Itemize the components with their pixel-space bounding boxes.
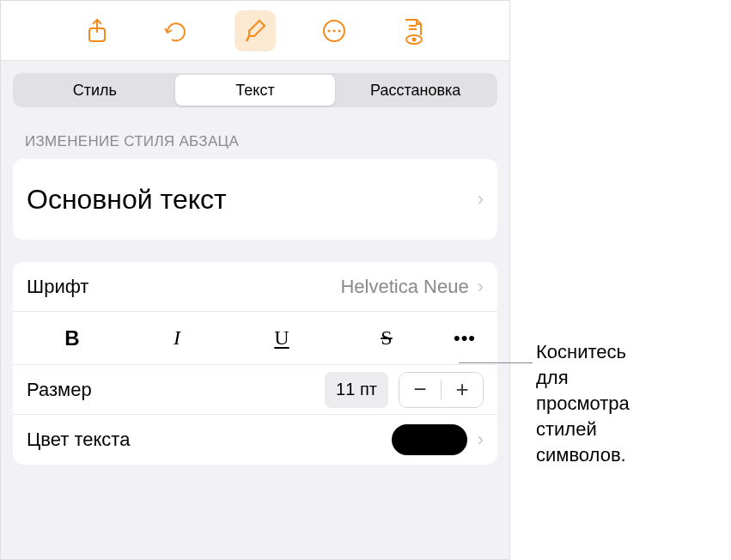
font-card: Шрифт Helvetica Neue › B I U S ••• Разме… (13, 262, 497, 465)
chevron-right-icon: › (478, 188, 484, 210)
top-toolbar (1, 1, 509, 61)
document-view-button[interactable] (393, 10, 434, 52)
panel-content: Стиль Текст Расстановка ИЗМЕНЕНИЕ СТИЛЯ … (1, 61, 509, 559)
section-header: ИЗМЕНЕНИЕ СТИЛЯ АБЗАЦА (13, 126, 497, 159)
font-label: Шрифт (27, 276, 88, 298)
chevron-right-icon: › (478, 429, 484, 451)
bold-button[interactable]: B (20, 312, 125, 364)
tab-layout[interactable]: Расстановка (335, 75, 496, 106)
size-stepper: − + (399, 372, 484, 408)
callout-connector (459, 362, 533, 363)
document-view-icon (401, 17, 425, 45)
svg-point-3 (332, 29, 335, 32)
size-row: Размер 11 пт − + (13, 365, 497, 415)
paragraph-style-row[interactable]: Основной текст › (13, 159, 497, 240)
size-decrease-button[interactable]: − (399, 373, 441, 407)
font-value: Helvetica Neue (340, 276, 468, 298)
format-panel: Стиль Текст Расстановка ИЗМЕНЕНИЕ СТИЛЯ … (0, 0, 510, 560)
share-button[interactable] (76, 10, 118, 52)
size-value[interactable]: 11 пт (325, 372, 388, 408)
callout-text: Коснитесь для просмотра стилей символов. (536, 339, 630, 468)
format-button[interactable] (235, 10, 276, 52)
chevron-right-icon: › (478, 276, 484, 298)
paragraph-style-card: Основной текст › (13, 159, 497, 240)
text-style-more-button[interactable]: ••• (439, 327, 490, 350)
text-style-row: B I U S ••• (13, 312, 497, 365)
italic-button[interactable]: I (125, 312, 229, 364)
share-icon (85, 18, 109, 44)
undo-icon (162, 18, 190, 44)
svg-point-2 (327, 29, 330, 32)
strikethrough-button[interactable]: S (334, 312, 439, 364)
more-circle-icon (321, 18, 347, 44)
text-color-swatch[interactable] (392, 424, 467, 455)
size-increase-button[interactable]: + (442, 373, 483, 407)
size-label: Размер (27, 379, 92, 401)
text-color-row[interactable]: Цвет текста › (13, 415, 497, 465)
svg-point-6 (412, 37, 417, 41)
text-color-label: Цвет текста (27, 429, 130, 451)
svg-point-4 (338, 29, 340, 32)
format-brush-icon (242, 18, 268, 44)
paragraph-style-label: Основной текст (27, 184, 478, 216)
tab-text[interactable]: Текст (175, 75, 336, 106)
font-row[interactable]: Шрифт Helvetica Neue › (13, 262, 497, 312)
more-button[interactable] (314, 10, 355, 52)
tab-style[interactable]: Стиль (15, 75, 175, 106)
segmented-control: Стиль Текст Расстановка (13, 73, 497, 107)
undo-button[interactable] (155, 10, 197, 52)
underline-button[interactable]: U (229, 312, 334, 364)
